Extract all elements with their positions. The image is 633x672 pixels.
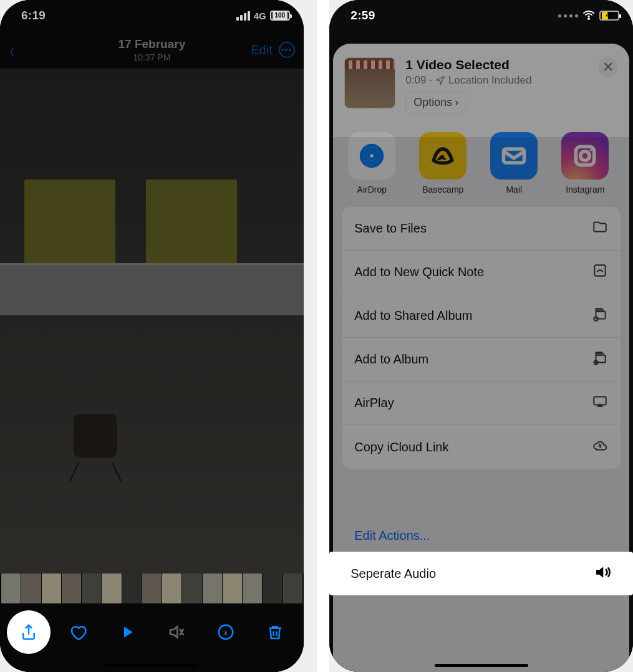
recent-app-dots-icon — [558, 14, 578, 17]
action-airplay[interactable]: AirPlay — [342, 382, 621, 425]
mute-button[interactable] — [158, 613, 195, 651]
add-album-icon — [592, 350, 608, 369]
airdrop-icon — [358, 142, 385, 170]
status-bar: 2:59 40 — [329, 0, 633, 29]
home-indicator[interactable] — [105, 664, 198, 667]
svg-rect-8 — [594, 265, 605, 276]
action-add-album[interactable]: Add to Album — [342, 338, 621, 382]
thumbnail-strip[interactable] — [0, 574, 304, 603]
status-bar: 6:19 4G 100 — [0, 0, 304, 29]
heart-icon — [69, 623, 87, 641]
play-button[interactable] — [109, 613, 146, 651]
action-quick-note[interactable]: Add to New Quick Note — [342, 251, 621, 294]
delete-button[interactable] — [256, 613, 294, 651]
photo-time: 10:37 PM — [0, 52, 304, 62]
quick-note-icon — [592, 262, 608, 282]
chevron-right-icon: › — [455, 96, 458, 109]
info-button[interactable] — [207, 613, 244, 651]
battery-icon: 40 — [599, 11, 619, 21]
share-button[interactable] — [10, 613, 47, 651]
status-time: 6:19 — [21, 9, 46, 22]
close-button[interactable]: ✕ — [598, 57, 618, 77]
shared-album-icon — [592, 306, 608, 325]
action-save-to-files[interactable]: Save to Files — [342, 207, 621, 251]
video-preview[interactable] — [0, 69, 304, 574]
options-button[interactable]: Options › — [405, 92, 466, 113]
bottom-toolbar — [0, 610, 304, 655]
mail-icon — [500, 142, 528, 170]
share-app-mail[interactable]: Mail — [489, 132, 539, 194]
battery-icon: 100 — [270, 11, 290, 21]
share-app-basecamp[interactable]: Basecamp — [418, 132, 468, 194]
thumbnail[interactable] — [1, 574, 21, 603]
speaker-icon — [593, 563, 612, 585]
location-arrow-icon — [435, 75, 445, 85]
favorite-button[interactable] — [59, 613, 97, 651]
share-icon — [19, 623, 38, 641]
photo-date: 17 February — [0, 37, 304, 51]
close-icon: ✕ — [602, 62, 614, 73]
folder-icon — [592, 219, 608, 238]
selected-video-thumbnail — [344, 57, 395, 108]
network-type: 4G — [254, 11, 266, 21]
svg-rect-4 — [504, 149, 524, 163]
status-time: 2:59 — [350, 9, 375, 22]
info-icon — [216, 623, 235, 641]
basecamp-icon — [429, 142, 457, 170]
svg-point-6 — [581, 151, 590, 161]
airplay-icon — [592, 393, 608, 413]
action-shared-album[interactable]: Add to Shared Album — [342, 294, 621, 338]
actions-group: Save to Files Add to New Quick Note Add … — [342, 207, 621, 469]
share-app-airdrop[interactable]: AirDrop — [347, 132, 397, 194]
svg-point-7 — [590, 149, 592, 151]
action-icloud-link[interactable]: Copy iCloud Link — [342, 425, 621, 469]
trash-icon — [266, 623, 284, 641]
speaker-muted-icon — [167, 623, 186, 641]
instagram-icon — [571, 142, 599, 170]
share-app-instagram[interactable]: Instagram — [560, 132, 610, 194]
action-separate-audio[interactable]: Seperate Audio — [329, 552, 633, 595]
icloud-link-icon — [592, 438, 608, 457]
share-sheet-title: 1 Video Selected — [405, 57, 531, 72]
cellular-bars-icon — [236, 11, 250, 21]
play-icon — [118, 623, 137, 641]
share-sheet-subtitle: 0:09 · Location Included — [405, 74, 531, 87]
navbar: ‹ 17 February 10:37 PM Edit ••• — [0, 31, 304, 69]
home-indicator[interactable] — [435, 664, 528, 667]
wifi-icon — [582, 11, 596, 21]
right-phone-screen: 2:59 40 0:09 1 Video Se — [329, 0, 633, 672]
left-phone-screen: 6:19 4G 100 ‹ 17 February 10:37 PM Edit — [0, 0, 304, 672]
share-apps-row[interactable]: AirDrop Basecamp Mail Instagram — [333, 122, 629, 201]
svg-point-1 — [369, 153, 375, 160]
